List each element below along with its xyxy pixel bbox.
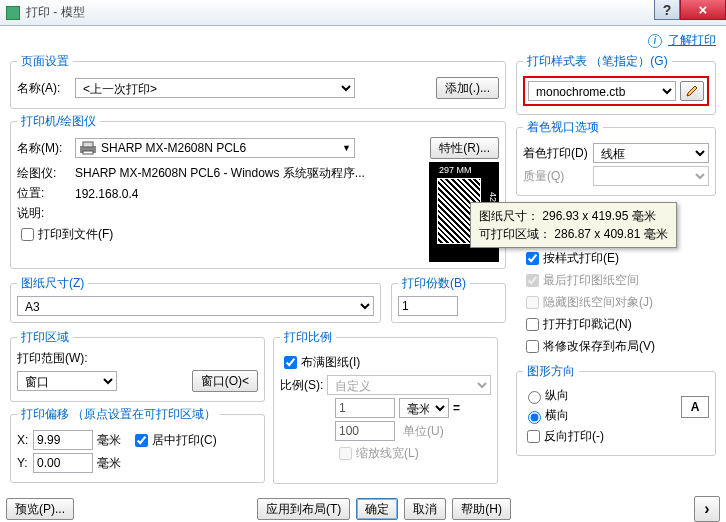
window-button[interactable]: 窗口(O)< bbox=[192, 370, 258, 392]
y-unit: 毫米 bbox=[97, 455, 121, 472]
edit-style-button[interactable] bbox=[680, 81, 704, 101]
shade-legend: 着色视口选项 bbox=[523, 119, 603, 136]
center-checkbox[interactable] bbox=[135, 434, 148, 447]
printer-name-label: 名称(M): bbox=[17, 140, 75, 157]
hide-objects-checkbox[interactable] bbox=[526, 296, 539, 309]
x-unit: 毫米 bbox=[97, 432, 121, 449]
plot-style-group: 打印样式表 （笔指定）(G) monochrome.ctb bbox=[516, 53, 716, 115]
chevron-down-icon: ▼ bbox=[342, 143, 351, 153]
scale-legend: 打印比例 bbox=[280, 329, 336, 346]
paperspace-last-checkbox[interactable] bbox=[526, 274, 539, 287]
plot-area-legend: 打印区域 bbox=[17, 329, 73, 346]
add-button[interactable]: 添加(.)... bbox=[436, 77, 499, 99]
plot-range-label: 打印范围(W): bbox=[17, 350, 258, 367]
location-value: 192.168.0.4 bbox=[75, 187, 138, 201]
preview-button[interactable]: 预览(P)... bbox=[6, 498, 74, 520]
ok-button[interactable]: 确定 bbox=[356, 498, 398, 520]
offset-group: 打印偏移 （原点设置在可打印区域） X: 毫米 居中打印(C) Y: 毫米 bbox=[10, 406, 265, 483]
expand-button[interactable]: › bbox=[694, 496, 720, 522]
y-label: Y: bbox=[17, 456, 33, 470]
properties-button[interactable]: 特性(R)... bbox=[430, 137, 499, 159]
plot-area-group: 打印区域 打印范围(W): 窗口 窗口(O)< bbox=[10, 329, 265, 402]
info-icon: i bbox=[648, 34, 662, 48]
learn-print-link[interactable]: 了解打印 bbox=[668, 32, 716, 49]
copies-group: 打印份数(B) bbox=[391, 275, 506, 323]
orientation-group: 图形方向 纵向 横向 反向打印(-) A bbox=[516, 363, 716, 456]
x-label: X: bbox=[17, 433, 33, 447]
plot-stamp-checkbox[interactable] bbox=[526, 318, 539, 331]
apply-layout-button[interactable]: 应用到布局(T) bbox=[257, 498, 350, 520]
offset-legend: 打印偏移 （原点设置在可打印区域） bbox=[17, 406, 220, 423]
print-to-file-label: 打印到文件(F) bbox=[38, 226, 113, 243]
close-button[interactable]: × bbox=[680, 0, 726, 20]
svg-rect-2 bbox=[83, 151, 93, 154]
location-label: 位置: bbox=[17, 185, 75, 202]
landscape-radio[interactable] bbox=[528, 411, 541, 424]
reverse-checkbox[interactable] bbox=[527, 430, 540, 443]
cancel-button[interactable]: 取消 bbox=[404, 498, 446, 520]
plotstyle-checkbox[interactable] bbox=[526, 252, 539, 265]
printer-group: 打印机/绘图仪 名称(M): SHARP MX-M2608N PCL6 ▼ 特性… bbox=[10, 113, 506, 269]
scale-group: 打印比例 布满图纸(I) 比例(S): 自定义 毫米 = bbox=[273, 329, 498, 484]
shade-group: 着色视口选项 着色打印(D)线框 质量(Q) bbox=[516, 119, 716, 196]
papersize-select[interactable]: A3 bbox=[17, 296, 374, 316]
plotter-label: 绘图仪: bbox=[17, 165, 75, 182]
ratio-select[interactable]: 自定义 bbox=[327, 375, 491, 395]
titlebar: 打印 - 模型 ? × bbox=[0, 0, 726, 26]
scale-lw-label: 缩放线宽(L) bbox=[356, 445, 419, 462]
shade-print-label: 着色打印(D) bbox=[523, 145, 593, 162]
scale-lw-checkbox[interactable] bbox=[339, 447, 352, 460]
orientation-legend: 图形方向 bbox=[523, 363, 579, 380]
plot-range-select[interactable]: 窗口 bbox=[17, 371, 117, 391]
unit-select[interactable]: 毫米 bbox=[399, 398, 449, 418]
quality-label: 质量(Q) bbox=[523, 168, 593, 185]
portrait-radio[interactable] bbox=[528, 391, 541, 404]
unit-label: 单位(U) bbox=[403, 423, 444, 440]
help-button-foot[interactable]: 帮助(H) bbox=[452, 498, 511, 520]
description-label: 说明: bbox=[17, 205, 75, 222]
pencil-icon bbox=[685, 84, 699, 98]
center-label: 居中打印(C) bbox=[152, 432, 217, 449]
printer-legend: 打印机/绘图仪 bbox=[17, 113, 100, 130]
fit-label: 布满图纸(I) bbox=[301, 354, 360, 371]
plot-style-legend: 打印样式表 （笔指定）(G) bbox=[523, 53, 672, 70]
papersize-group: 图纸尺寸(Z) A3 bbox=[10, 275, 381, 323]
copies-legend: 打印份数(B) bbox=[398, 275, 470, 292]
print-to-file-checkbox[interactable] bbox=[21, 228, 34, 241]
svg-rect-1 bbox=[83, 142, 93, 147]
scale-unit-input[interactable] bbox=[335, 421, 395, 441]
page-setup-group: 页面设置 名称(A): <上一次打印> 添加(.)... bbox=[10, 53, 506, 109]
y-input[interactable] bbox=[33, 453, 93, 473]
fit-checkbox[interactable] bbox=[284, 356, 297, 369]
save-layout-checkbox[interactable] bbox=[526, 340, 539, 353]
printer-name-select[interactable]: SHARP MX-M2608N PCL6 ▼ bbox=[75, 138, 355, 158]
ratio-label: 比例(S): bbox=[280, 377, 323, 394]
help-button[interactable]: ? bbox=[654, 0, 680, 20]
copies-input[interactable] bbox=[398, 296, 458, 316]
pagesetup-name-select[interactable]: <上一次打印> bbox=[75, 78, 355, 98]
shade-print-select[interactable]: 线框 bbox=[593, 143, 709, 163]
window-title: 打印 - 模型 bbox=[26, 4, 85, 21]
page-setup-legend: 页面设置 bbox=[17, 53, 73, 70]
quality-select[interactable] bbox=[593, 166, 709, 186]
printer-icon bbox=[79, 141, 97, 155]
x-input[interactable] bbox=[33, 430, 93, 450]
papersize-legend: 图纸尺寸(Z) bbox=[17, 275, 88, 292]
paper-tooltip: 图纸尺寸： 296.93 x 419.95 毫米 可打印区域： 286.87 x… bbox=[470, 202, 677, 248]
pagesetup-name-label: 名称(A): bbox=[17, 80, 75, 97]
plotter-value: SHARP MX-M2608N PCL6 - Windows 系统驱动程序... bbox=[75, 165, 365, 182]
plot-style-select[interactable]: monochrome.ctb bbox=[528, 81, 676, 101]
orientation-icon: A bbox=[681, 396, 709, 418]
app-icon bbox=[6, 6, 20, 20]
scale-mm-input[interactable] bbox=[335, 398, 395, 418]
